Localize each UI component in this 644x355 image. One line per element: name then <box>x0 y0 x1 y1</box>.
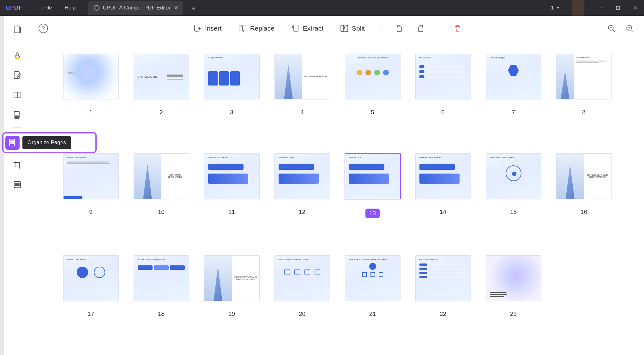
svg-rect-7 <box>18 92 21 98</box>
svg-rect-1 <box>617 6 620 9</box>
page-number-label: 20 <box>299 311 305 317</box>
svg-rect-6 <box>14 92 17 98</box>
page-thumbnail[interactable]: Our Journey6 <box>414 54 472 134</box>
page-thumbnail[interactable]: Product Deployment17 <box>62 255 119 336</box>
zoom-out-button[interactable] <box>605 22 618 35</box>
page-thumbnail-image[interactable]: PRODUCT EDGE AND PRACTICAL USES <box>204 255 260 301</box>
page-thumbnail[interactable]: Account Authorization Options18 <box>133 255 190 336</box>
svg-line-32 <box>631 30 633 32</box>
page-number-label: 10 <box>158 209 165 216</box>
page-thumbnail-image[interactable]: Company Profile <box>204 54 260 99</box>
page-thumbnail-image[interactable]: Efficient OCR <box>345 153 400 199</box>
crop-tool-icon[interactable] <box>10 157 24 172</box>
rotate-right-button[interactable] <box>414 22 427 35</box>
page-thumbnail[interactable]: Enhanced PDF Reader11 <box>203 153 260 237</box>
page-thumbnail-image[interactable]: DEPLOYMENT AND AUTHORIZATION <box>556 153 612 199</box>
page-thumbnail[interactable]: Company Profile3 <box>203 54 260 134</box>
tab-close-icon[interactable]: ✕ <box>174 4 178 11</box>
insert-button[interactable]: Insert <box>189 22 226 35</box>
tab-title: UPDF-A Comp... PDF Editor <box>103 5 170 11</box>
page-thumbnail-image[interactable]: Product Introduction <box>63 153 119 199</box>
replace-button[interactable]: Replace <box>234 22 278 35</box>
extract-button[interactable]: Extract <box>287 22 327 35</box>
page-thumbnail-image[interactable]: Enterprise Honor And Qualification <box>345 54 400 99</box>
page-thumbnail-image[interactable]: Smart PDF Editor <box>274 153 330 199</box>
page-thumbnail-image[interactable]: Product Deployment <box>63 255 119 301</box>
page-thumbnail-image[interactable]: Account Authorization Options <box>134 255 189 301</box>
page-thumbnail[interactable]: Powerful PDF Converter14 <box>414 153 472 237</box>
page-thumbnail-image[interactable] <box>486 255 541 301</box>
svg-rect-9 <box>15 116 18 117</box>
replace-label: Replace <box>250 25 274 32</box>
page-thumbnail[interactable]: Enterprise Honor And Qualification5 <box>344 54 401 134</box>
maximize-button[interactable] <box>609 0 627 16</box>
insert-label: Insert <box>205 25 222 32</box>
sidebar: Organize Pages <box>4 16 31 355</box>
page-number-label: 19 <box>228 311 235 317</box>
form-tool-icon[interactable] <box>10 108 24 122</box>
page-thumbnail-image[interactable]: UPDF Main Features <box>415 255 471 301</box>
workarea: ? Insert Replace Extract <box>31 16 644 355</box>
user-avatar[interactable]: h <box>572 0 584 16</box>
close-button[interactable] <box>627 0 644 16</box>
page-tools-icon[interactable] <box>10 88 24 102</box>
page-thumbnail-image[interactable]: SOFTWARE HIGHLIGHTS <box>134 153 189 199</box>
rotate-left-button[interactable] <box>393 22 406 35</box>
page-thumbnail-image[interactable]: Our Journey <box>415 54 471 99</box>
reader-tool-icon[interactable] <box>10 22 24 36</box>
page-thumbnail-image[interactable]: ENTERPRISE HONOR <box>274 54 330 99</box>
main-panel: Organize Pages ? Insert <box>4 16 644 355</box>
page-thumbnail[interactable]: PRODUCT EDGE AND PRACTICAL USES19 <box>203 255 260 336</box>
page-thumbnail[interactable]: 23 <box>485 255 542 336</box>
page-thumbnail[interactable]: Efficient OCR13 <box>344 153 401 237</box>
edit-tool-icon[interactable] <box>10 68 24 82</box>
help-icon[interactable]: ? <box>39 24 48 33</box>
delete-button[interactable] <box>451 22 464 35</box>
split-button[interactable]: Split <box>336 22 369 35</box>
page-number-label: 21 <box>369 311 376 317</box>
menu-help[interactable]: Help <box>58 0 82 16</box>
page-thumbnail[interactable]: ENTERPRISE HONOR4 <box>274 54 331 134</box>
page-thumbnail-image[interactable]: Enterprise Procurement Application Value <box>345 255 400 301</box>
zoom-in-button[interactable] <box>623 22 636 35</box>
new-tab-button[interactable]: ＋ <box>190 4 196 12</box>
page-thumbnail[interactable]: UPDF Main Features22 <box>414 255 472 336</box>
page-thumbnail-image[interactable]: UPDF: Powering Industry Offices <box>274 255 330 301</box>
page-number-label: 13 <box>365 209 380 218</box>
page-number-label: 1 <box>89 109 93 116</box>
page-thumbnail[interactable]: SOFTWARE HIGHLIGHTS10 <box>133 153 190 237</box>
redact-tool-icon[interactable] <box>10 177 24 192</box>
page-thumbnail[interactable]: Core Advantages7 <box>485 54 542 134</box>
page-thumbnail-image[interactable]: Revolutionary AI Assistant <box>486 153 541 199</box>
minimize-button[interactable] <box>592 0 609 16</box>
document-tab[interactable]: UPDF-A Comp... PDF Editor ✕ <box>88 1 183 15</box>
page-thumbnail[interactable]: UPDF: Powering Industry Offices20 <box>274 255 331 336</box>
organize-pages-button[interactable]: Organize Pages <box>5 136 20 150</box>
comment-tool-icon[interactable] <box>10 48 24 62</box>
page-thumbnail[interactable]: Enterprise Procurement Application Value… <box>344 255 401 336</box>
divider <box>568 4 568 12</box>
page-thumbnail-image[interactable]: Growth Prospect <box>556 54 612 99</box>
page-thumbnail-image[interactable]: Powerful PDF Converter <box>415 153 471 199</box>
page-number-label: 7 <box>512 109 515 116</box>
page-thumbnail[interactable]: Smart PDF Editor12 <box>274 153 331 237</box>
page-thumbnail[interactable]: Growth Prospect8 <box>555 54 612 134</box>
svg-rect-4 <box>14 26 19 33</box>
page-thumbnail-image[interactable]: Enhanced PDF Reader <box>204 153 260 199</box>
divider <box>588 4 588 12</box>
page-thumbnail[interactable]: UPDF1 <box>62 54 119 134</box>
page-thumbnail-image[interactable]: Core Advantages <box>486 54 541 99</box>
menu-file[interactable]: File <box>37 0 58 16</box>
page-thumbnail-image[interactable]: UPDF <box>63 54 119 99</box>
toolbar-separator <box>439 24 439 33</box>
page-thumbnail[interactable]: Revolutionary AI Assistant15 <box>485 153 542 237</box>
page-thumbnail-image[interactable]: CATALOGUE <box>134 54 189 99</box>
page-thumbnail[interactable]: DEPLOYMENT AND AUTHORIZATION16 <box>555 153 612 237</box>
workspace-selector[interactable]: 1 <box>547 5 564 11</box>
svg-rect-26 <box>397 27 401 32</box>
page-thumbnail[interactable]: Product Introduction9 <box>62 153 119 237</box>
page-thumbnail[interactable]: CATALOGUE2 <box>133 54 190 134</box>
chevron-down-icon <box>557 7 560 9</box>
svg-rect-12 <box>13 141 14 142</box>
svg-rect-13 <box>11 143 12 144</box>
